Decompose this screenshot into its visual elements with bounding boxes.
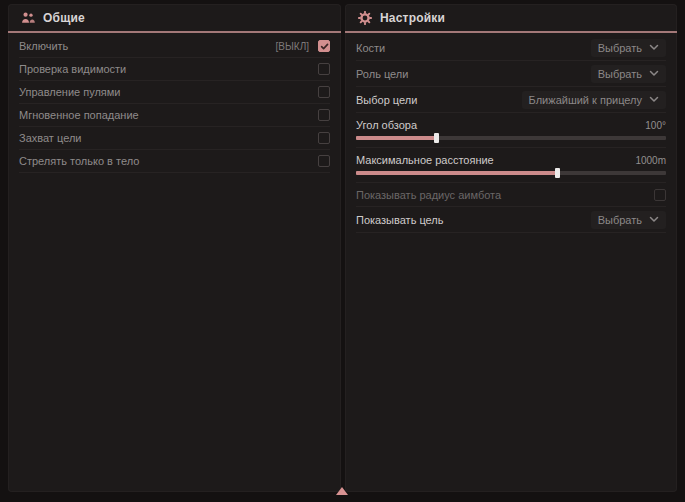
panel-settings: Настройки Кости Выбрать Роль цели Выбрат… [345, 4, 677, 492]
slider-thumb[interactable] [434, 133, 439, 143]
toggle-row-body-only[interactable]: Стрелять только в тело [19, 150, 330, 173]
slider-head: Угол обзора 100° [356, 117, 666, 133]
slider-row-max-distance: Максимальное расстояние 1000m [356, 148, 666, 183]
dropdown-label: Кости [356, 42, 385, 54]
panel-general-header: Общие [8, 4, 341, 33]
dropdown-value: Выбрать [598, 68, 642, 80]
hotkey-badge: [ВЫКЛ] [276, 41, 309, 52]
chevron-down-icon [649, 44, 659, 51]
toggle-row-instant-hit[interactable]: Мгновенное попадание [19, 104, 330, 127]
dropdown-value: Выбрать [598, 42, 642, 54]
slider-thumb[interactable] [555, 168, 560, 178]
general-rows: Включить [ВЫКЛ] Проверка видимости Управ… [8, 33, 341, 173]
panel-general-title: Общие [43, 11, 85, 25]
panel-general: Общие Включить [ВЫКЛ] Проверка видимости… [8, 4, 341, 492]
settings-rows: Кости Выбрать Роль цели Выбрать Выбор це… [345, 33, 677, 233]
toggle-label: Захват цели [19, 132, 81, 144]
instant-hit-checkbox[interactable] [318, 109, 330, 121]
visibility-check-checkbox[interactable] [318, 63, 330, 75]
slider-label: Угол обзора [356, 119, 417, 131]
target-select-dropdown[interactable]: Ближайший к прицелу [522, 91, 666, 109]
dropdown-value: Ближайший к прицелу [529, 94, 642, 106]
slider-fill [356, 136, 437, 140]
enable-checkbox[interactable] [318, 40, 330, 52]
scroll-up-indicator[interactable] [336, 487, 348, 495]
chevron-down-icon [649, 96, 659, 103]
dropdown-row-bones: Кости Выбрать [356, 35, 666, 61]
body-only-checkbox[interactable] [318, 155, 330, 167]
dropdown-label: Показывать цель [356, 214, 444, 226]
panel-settings-header: Настройки [345, 4, 677, 33]
gear-icon [358, 11, 372, 25]
bones-dropdown[interactable]: Выбрать [591, 39, 666, 57]
fov-slider[interactable] [356, 136, 666, 140]
slider-label: Максимальное расстояние [356, 154, 494, 166]
target-role-dropdown[interactable]: Выбрать [591, 65, 666, 83]
dropdown-label: Выбор цели [356, 94, 417, 106]
toggle-label: Управление пулями [19, 86, 121, 98]
users-icon [21, 11, 35, 25]
dropdown-row-target-role: Роль цели Выбрать [356, 61, 666, 87]
toggle-label: Стрелять только в тело [19, 155, 139, 167]
dropdown-row-show-target: Показывать цель Выбрать [356, 207, 666, 233]
slider-head: Максимальное расстояние 1000m [356, 152, 666, 168]
slider-value: 100° [645, 120, 666, 131]
show-aimbot-radius-checkbox[interactable] [654, 189, 666, 201]
toggle-row-enable[interactable]: Включить [ВЫКЛ] [19, 35, 330, 58]
show-target-dropdown[interactable]: Выбрать [591, 211, 666, 229]
slider-fill [356, 171, 558, 175]
dropdown-row-target-select: Выбор цели Ближайший к прицелу [356, 87, 666, 113]
toggle-label: Мгновенное попадание [19, 109, 139, 121]
dropdown-label: Роль цели [356, 68, 408, 80]
bullet-control-checkbox[interactable] [318, 86, 330, 98]
slider-value: 1000m [635, 155, 666, 166]
toggle-row-show-aimbot-radius[interactable]: Показывать радиус аимбота [356, 183, 666, 207]
chevron-down-icon [649, 70, 659, 77]
toggle-row-bullet-control[interactable]: Управление пулями [19, 81, 330, 104]
chevron-down-icon [649, 216, 659, 223]
panel-settings-title: Настройки [380, 11, 445, 25]
toggle-label: Проверка видимости [19, 63, 126, 75]
toggle-row-visibility-check[interactable]: Проверка видимости [19, 58, 330, 81]
slider-row-fov: Угол обзора 100° [356, 113, 666, 148]
max-distance-slider[interactable] [356, 171, 666, 175]
toggle-row-target-lock[interactable]: Захват цели [19, 127, 330, 150]
toggle-label: Показывать радиус аимбота [356, 189, 501, 201]
dropdown-value: Выбрать [598, 214, 642, 226]
toggle-label: Включить [19, 40, 68, 52]
target-lock-checkbox[interactable] [318, 132, 330, 144]
